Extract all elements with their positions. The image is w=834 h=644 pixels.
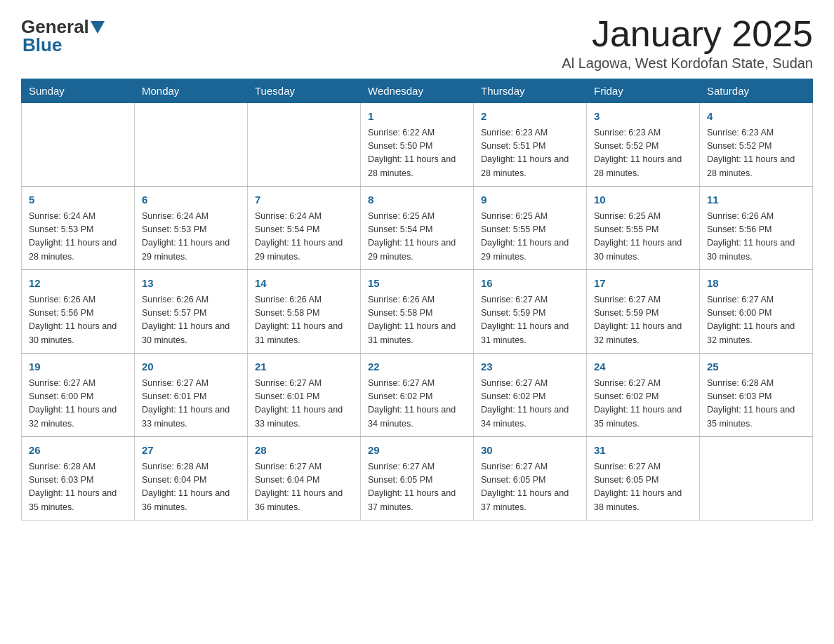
day-info: Sunrise: 6:26 AM Sunset: 5:56 PM Dayligh… (707, 210, 805, 264)
table-row: 26Sunrise: 6:28 AM Sunset: 6:03 PM Dayli… (22, 437, 135, 521)
day-info: Sunrise: 6:27 AM Sunset: 6:01 PM Dayligh… (142, 377, 240, 431)
day-info: Sunrise: 6:27 AM Sunset: 6:05 PM Dayligh… (481, 460, 579, 515)
day-number: 18 (707, 276, 805, 292)
table-row: 19Sunrise: 6:27 AM Sunset: 6:00 PM Dayli… (22, 354, 135, 437)
day-number: 13 (142, 276, 240, 292)
day-info: Sunrise: 6:24 AM Sunset: 5:54 PM Dayligh… (255, 210, 353, 264)
table-row (700, 437, 813, 521)
day-info: Sunrise: 6:23 AM Sunset: 5:52 PM Dayligh… (594, 126, 692, 181)
day-info: Sunrise: 6:27 AM Sunset: 6:02 PM Dayligh… (594, 377, 692, 431)
table-row: 20Sunrise: 6:27 AM Sunset: 6:01 PM Dayli… (135, 354, 248, 437)
day-info: Sunrise: 6:27 AM Sunset: 6:00 PM Dayligh… (29, 377, 127, 431)
day-number: 10 (594, 192, 692, 208)
day-info: Sunrise: 6:27 AM Sunset: 6:05 PM Dayligh… (594, 460, 692, 515)
table-row: 15Sunrise: 6:26 AM Sunset: 5:58 PM Dayli… (361, 270, 474, 354)
day-info: Sunrise: 6:27 AM Sunset: 6:00 PM Dayligh… (707, 293, 805, 348)
table-row: 18Sunrise: 6:27 AM Sunset: 6:00 PM Dayli… (700, 270, 813, 354)
day-number: 8 (368, 192, 466, 208)
day-number: 21 (255, 359, 353, 375)
day-number: 27 (142, 443, 240, 459)
day-number: 6 (142, 192, 240, 208)
day-number: 23 (481, 359, 579, 375)
day-number: 17 (594, 276, 692, 292)
day-info: Sunrise: 6:26 AM Sunset: 5:57 PM Dayligh… (142, 293, 240, 348)
day-info: Sunrise: 6:25 AM Sunset: 5:55 PM Dayligh… (481, 210, 579, 264)
calendar-week-row: 5Sunrise: 6:24 AM Sunset: 5:53 PM Daylig… (22, 187, 813, 270)
day-number: 4 (707, 109, 805, 125)
day-number: 1 (368, 109, 466, 125)
day-info: Sunrise: 6:27 AM Sunset: 6:02 PM Dayligh… (368, 377, 466, 431)
title-section: January 2025 Al Lagowa, West Kordofan St… (562, 14, 813, 72)
day-number: 28 (255, 443, 353, 459)
day-number: 20 (142, 359, 240, 375)
calendar-week-row: 1Sunrise: 6:22 AM Sunset: 5:50 PM Daylig… (22, 103, 813, 187)
day-number: 22 (368, 359, 466, 375)
day-number: 24 (594, 359, 692, 375)
day-info: Sunrise: 6:23 AM Sunset: 5:52 PM Dayligh… (707, 126, 805, 181)
table-row: 31Sunrise: 6:27 AM Sunset: 6:05 PM Dayli… (587, 437, 700, 521)
day-number: 16 (481, 276, 579, 292)
table-row: 2Sunrise: 6:23 AM Sunset: 5:51 PM Daylig… (474, 103, 587, 187)
day-info: Sunrise: 6:22 AM Sunset: 5:50 PM Dayligh… (368, 126, 466, 181)
col-tuesday: Tuesday (248, 79, 361, 103)
col-sunday: Sunday (22, 79, 135, 103)
table-row: 9Sunrise: 6:25 AM Sunset: 5:55 PM Daylig… (474, 187, 587, 270)
day-info: Sunrise: 6:28 AM Sunset: 6:03 PM Dayligh… (29, 460, 127, 515)
table-row: 1Sunrise: 6:22 AM Sunset: 5:50 PM Daylig… (361, 103, 474, 187)
table-row: 5Sunrise: 6:24 AM Sunset: 5:53 PM Daylig… (22, 187, 135, 270)
table-row: 28Sunrise: 6:27 AM Sunset: 6:04 PM Dayli… (248, 437, 361, 521)
day-number: 14 (255, 276, 353, 292)
col-monday: Monday (135, 79, 248, 103)
col-thursday: Thursday (474, 79, 587, 103)
table-row: 25Sunrise: 6:28 AM Sunset: 6:03 PM Dayli… (700, 354, 813, 437)
table-row: 17Sunrise: 6:27 AM Sunset: 5:59 PM Dayli… (587, 270, 700, 354)
day-number: 12 (29, 276, 127, 292)
day-info: Sunrise: 6:27 AM Sunset: 5:59 PM Dayligh… (594, 293, 692, 348)
day-number: 15 (368, 276, 466, 292)
day-info: Sunrise: 6:27 AM Sunset: 6:04 PM Dayligh… (255, 460, 353, 515)
table-row (135, 103, 248, 187)
day-number: 19 (29, 359, 127, 375)
table-row: 7Sunrise: 6:24 AM Sunset: 5:54 PM Daylig… (248, 187, 361, 270)
day-info: Sunrise: 6:27 AM Sunset: 6:05 PM Dayligh… (368, 460, 466, 515)
day-number: 11 (707, 192, 805, 208)
day-info: Sunrise: 6:25 AM Sunset: 5:54 PM Dayligh… (368, 210, 466, 264)
logo-blue-text: Blue (22, 34, 62, 56)
table-row: 6Sunrise: 6:24 AM Sunset: 5:53 PM Daylig… (135, 187, 248, 270)
day-info: Sunrise: 6:26 AM Sunset: 5:58 PM Dayligh… (255, 293, 353, 348)
day-number: 7 (255, 192, 353, 208)
day-info: Sunrise: 6:26 AM Sunset: 5:58 PM Dayligh… (368, 293, 466, 348)
day-info: Sunrise: 6:28 AM Sunset: 6:03 PM Dayligh… (707, 377, 805, 431)
table-row (22, 103, 135, 187)
day-number: 26 (29, 443, 127, 459)
logo: General Blue (21, 14, 105, 56)
table-row (248, 103, 361, 187)
table-row: 21Sunrise: 6:27 AM Sunset: 6:01 PM Dayli… (248, 354, 361, 437)
table-row: 30Sunrise: 6:27 AM Sunset: 6:05 PM Dayli… (474, 437, 587, 521)
logo-triangle-icon (91, 21, 105, 34)
table-row: 10Sunrise: 6:25 AM Sunset: 5:55 PM Dayli… (587, 187, 700, 270)
table-row: 13Sunrise: 6:26 AM Sunset: 5:57 PM Dayli… (135, 270, 248, 354)
day-info: Sunrise: 6:27 AM Sunset: 6:01 PM Dayligh… (255, 377, 353, 431)
table-row: 23Sunrise: 6:27 AM Sunset: 6:02 PM Dayli… (474, 354, 587, 437)
day-number: 30 (481, 443, 579, 459)
table-row: 11Sunrise: 6:26 AM Sunset: 5:56 PM Dayli… (700, 187, 813, 270)
col-saturday: Saturday (700, 79, 813, 103)
calendar-week-row: 26Sunrise: 6:28 AM Sunset: 6:03 PM Dayli… (22, 437, 813, 521)
day-number: 2 (481, 109, 579, 125)
day-number: 25 (707, 359, 805, 375)
table-row: 24Sunrise: 6:27 AM Sunset: 6:02 PM Dayli… (587, 354, 700, 437)
month-title: January 2025 (562, 14, 813, 54)
day-number: 3 (594, 109, 692, 125)
table-row: 8Sunrise: 6:25 AM Sunset: 5:54 PM Daylig… (361, 187, 474, 270)
calendar-table: Sunday Monday Tuesday Wednesday Thursday… (21, 79, 813, 521)
table-row: 12Sunrise: 6:26 AM Sunset: 5:56 PM Dayli… (22, 270, 135, 354)
day-info: Sunrise: 6:28 AM Sunset: 6:04 PM Dayligh… (142, 460, 240, 515)
day-info: Sunrise: 6:27 AM Sunset: 6:02 PM Dayligh… (481, 377, 579, 431)
calendar-week-row: 12Sunrise: 6:26 AM Sunset: 5:56 PM Dayli… (22, 270, 813, 354)
calendar-header-row: Sunday Monday Tuesday Wednesday Thursday… (22, 79, 813, 103)
table-row: 27Sunrise: 6:28 AM Sunset: 6:04 PM Dayli… (135, 437, 248, 521)
table-row: 22Sunrise: 6:27 AM Sunset: 6:02 PM Dayli… (361, 354, 474, 437)
page-header: General Blue January 2025 Al Lagowa, Wes… (21, 14, 813, 72)
day-number: 9 (481, 192, 579, 208)
